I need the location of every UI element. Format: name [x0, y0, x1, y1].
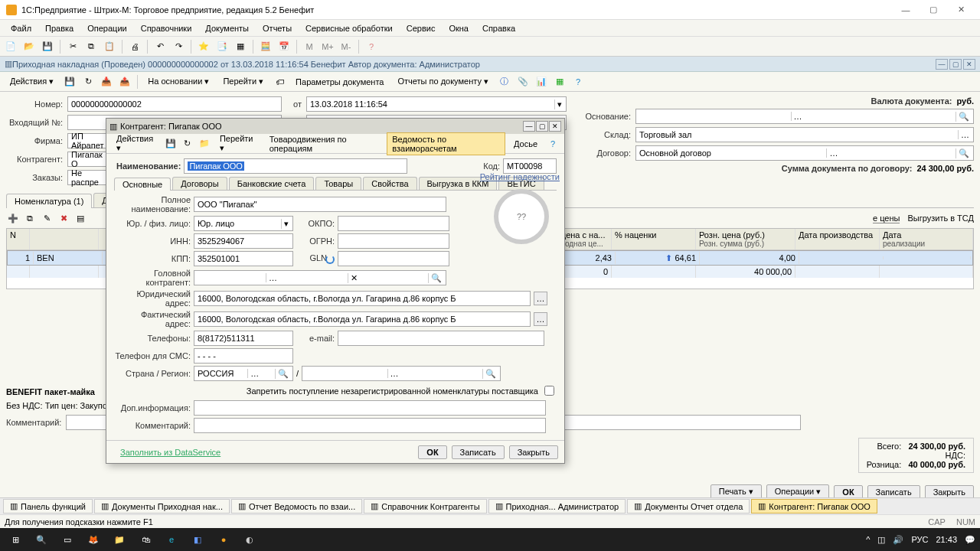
rating-label[interactable]: Рейтинг надежности [480, 172, 560, 181]
undo-icon[interactable]: ↶ [152, 39, 168, 54]
actions-button[interactable]: Действия ▾ [5, 74, 59, 89]
menu-refs[interactable]: Справочники [135, 22, 198, 34]
star-icon[interactable]: ⭐ [196, 39, 211, 54]
dialog-folder-icon[interactable]: 📁 [198, 136, 211, 152]
menu-docs[interactable]: Документы [199, 22, 255, 34]
dialog-save-icon[interactable]: 💾 [164, 136, 178, 152]
dialog-go-button[interactable]: Перейти ▾ [214, 132, 261, 155]
name-field[interactable]: Пигапак ООО [184, 158, 407, 174]
gln-field[interactable] [338, 251, 449, 266]
dialog-close-button[interactable]: ✕ [549, 121, 561, 132]
tray-up-icon[interactable]: ^ [866, 535, 870, 544]
edit-row-icon[interactable]: ✎ [40, 211, 54, 225]
params-button[interactable]: Параметры документа [290, 75, 389, 89]
dialog-help-icon[interactable]: ? [546, 136, 560, 152]
taskview-icon[interactable]: ▭ [57, 529, 78, 550]
head-field[interactable]: …✕🔍 [194, 270, 446, 285]
date-field[interactable]: 13.03.2018 11:16:54▾ [306, 96, 567, 112]
forbid-checkbox[interactable] [544, 386, 554, 396]
app1-icon[interactable]: ◧ [187, 529, 208, 550]
dialog-dossier-button[interactable]: Досье [508, 137, 543, 151]
delete-row-icon[interactable]: ✖ [57, 211, 70, 225]
phone-field[interactable] [194, 331, 293, 346]
go-button[interactable]: Перейти ▾ [217, 74, 269, 89]
doc-icon[interactable]: 📑 [214, 39, 230, 54]
menu-ops[interactable]: Операции [81, 22, 132, 34]
tb-save-icon[interactable]: 💾 [62, 74, 77, 90]
tb-info-icon[interactable]: ⓘ [497, 74, 512, 90]
sort-icon[interactable]: ▤ [74, 211, 87, 225]
m-icon[interactable]: M [302, 39, 317, 54]
tray-lang[interactable]: РУС [911, 535, 928, 544]
app2-icon[interactable]: ● [213, 529, 234, 550]
menu-edit[interactable]: Правка [39, 22, 80, 34]
wtab-doc[interactable]: ▥ Приходная... Администратор [488, 499, 626, 514]
m-minus-icon[interactable]: M- [338, 39, 354, 54]
type-field[interactable]: Юр. лицо▾ [194, 216, 293, 231]
new-icon[interactable]: 📄 [3, 39, 18, 54]
tab-nomenclature[interactable]: Номенклатура (1) [6, 194, 92, 208]
ptab-bank[interactable]: Банковские счета [229, 177, 315, 190]
close-doc-button[interactable]: Закрыть [925, 485, 974, 499]
menu-windows[interactable]: Окна [443, 22, 475, 34]
addr1-field[interactable] [194, 291, 531, 306]
copy-row-icon[interactable]: ⧉ [23, 211, 37, 225]
col-code[interactable] [30, 229, 99, 249]
col-prod-date[interactable]: Дата производства [795, 229, 880, 249]
dataservice-link[interactable]: Заполнить из DataService [120, 448, 220, 457]
wtab-ref[interactable]: ▥ Справочник Контрагенты [364, 499, 486, 514]
wtab-report[interactable]: ▥ Отчет Ведомость по взаи... [231, 499, 362, 514]
dialog-ved-button[interactable]: Ведомость по взаиморасчетам [387, 132, 505, 155]
firefox-icon[interactable]: 🦊 [83, 529, 104, 550]
tray-vol-icon[interactable]: 🔊 [893, 535, 903, 545]
save-button[interactable]: Записать [867, 485, 920, 499]
close-button[interactable]: ✕ [948, 2, 974, 18]
col-retail[interactable]: Розн. цена (руб.)Розн. сумма (руб.) [696, 229, 795, 249]
col-price[interactable]: цена с на...ходная це... [558, 229, 612, 249]
dialog-refresh-icon[interactable]: ↻ [181, 136, 194, 152]
ok-button[interactable]: ОК [834, 485, 862, 499]
code-field[interactable] [503, 158, 557, 174]
open-icon[interactable]: 📂 [21, 39, 37, 54]
explorer-icon[interactable]: 📁 [109, 529, 130, 550]
basis-field[interactable]: …🔍 [635, 109, 974, 124]
maximize-button[interactable]: ▢ [920, 2, 946, 18]
dialog-min-button[interactable]: — [523, 121, 535, 132]
dialog-actions-button[interactable]: Действия ▾ [111, 132, 161, 155]
add-row-icon[interactable]: ➕ [6, 211, 20, 225]
menu-file[interactable]: Файл [5, 22, 38, 34]
reports-button[interactable]: Отчеты по документу ▾ [392, 74, 494, 89]
menu-service[interactable]: Сервис [400, 22, 442, 34]
tb-attach-icon[interactable]: 📎 [515, 74, 531, 90]
email-field[interactable] [338, 331, 544, 346]
doc-minimize-button[interactable]: — [936, 59, 948, 70]
ogrn-field[interactable] [338, 233, 449, 249]
ptab-props[interactable]: Свойства [363, 177, 416, 190]
tb-unpost-icon[interactable]: 📤 [117, 74, 132, 90]
calc-icon[interactable]: 🧮 [258, 39, 273, 54]
wtab-panel[interactable]: ▥ Панель функций [3, 499, 93, 514]
sms-field[interactable] [194, 348, 293, 364]
dialog-ok-button[interactable]: ОК [418, 445, 446, 459]
tb-help-icon[interactable]: ? [570, 74, 586, 90]
kpp-field[interactable] [194, 251, 293, 266]
addr1-button[interactable]: … [534, 292, 547, 305]
help-icon[interactable]: ? [364, 39, 379, 54]
col-n[interactable]: N [7, 229, 30, 249]
ptab-goods[interactable]: Товары [315, 177, 361, 190]
menu-reports[interactable]: Отчеты [256, 22, 298, 34]
addr2-button[interactable]: … [534, 312, 547, 326]
doc-close-button[interactable]: ✕ [963, 59, 975, 70]
save-icon[interactable]: 💾 [40, 39, 55, 54]
ptab-main[interactable]: Основные [114, 178, 171, 191]
tb-chart-icon[interactable]: 📊 [534, 74, 549, 90]
store-icon[interactable]: 🛍 [135, 529, 156, 550]
inn-field[interactable] [194, 233, 293, 249]
wtab-report2[interactable]: ▥ Документы Отчет отдела [627, 499, 750, 514]
edge-icon[interactable]: e [161, 529, 182, 550]
pcomment-field[interactable] [194, 418, 546, 433]
minimize-button[interactable]: — [893, 2, 919, 18]
region-field[interactable]: …🔍 [302, 366, 501, 381]
country-field[interactable]: РОССИЯ…🔍 [194, 366, 293, 381]
tb-filter-icon[interactable]: 🏷 [272, 74, 287, 90]
